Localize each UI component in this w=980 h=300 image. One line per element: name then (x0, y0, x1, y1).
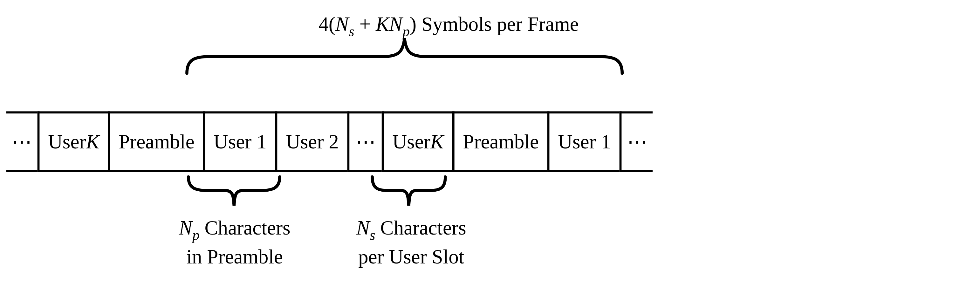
user-slot-characters-label: Ns Characters per User Slot (341, 215, 481, 270)
symbols-per-frame-label: 4(Ns + KNp) Symbols per Frame (318, 13, 579, 38)
preamble-underbrace (185, 175, 283, 208)
ellipsis-mid: ⋯ (347, 111, 382, 172)
slot-preamble-2: Preamble (452, 111, 547, 172)
frame-structure-diagram: 4(Ns + KNp) Symbols per Frame ⋯ User K P… (6, 6, 933, 294)
ellipsis-left: ⋯ (6, 111, 38, 172)
slot-preamble-1: Preamble (108, 111, 203, 172)
slot-user-k-prev: User K (38, 111, 108, 172)
top-overbrace (185, 35, 624, 75)
slot-user-k: User K (382, 111, 452, 172)
user-slot-underbrace (369, 175, 448, 208)
frame-row: ⋯ User K Preamble User 1 User 2 ⋯ User K… (6, 111, 933, 172)
ellipsis-right: ⋯ (619, 111, 652, 172)
slot-user-1: User 1 (203, 111, 275, 172)
slot-user-1-next: User 1 (547, 111, 619, 172)
preamble-characters-label: Np Characters in Preamble (168, 215, 302, 270)
slot-user-2: User 2 (275, 111, 347, 172)
